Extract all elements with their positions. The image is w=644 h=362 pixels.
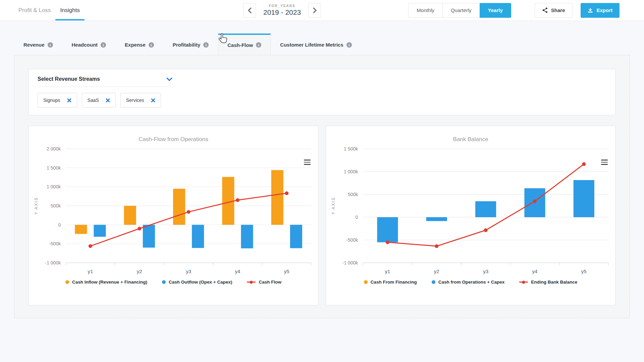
close-x-icon [151,98,155,103]
tab-cash-flow[interactable]: Cash-Flow [218,34,271,55]
tab-label: Headcount [72,42,98,48]
point-ending-bank-balance-y1[interactable] [386,240,389,244]
bar-cash-inflow-revenue-financing-y3[interactable] [173,189,185,225]
range-monthly-button[interactable]: Monthly [408,3,442,18]
metric-tab-bar: RevenueHeadcountExpenseProfitabilityCash… [14,34,630,55]
range-quarterly-button[interactable]: Quarterly [442,3,480,18]
legend-dot [364,280,368,284]
chart-legend: Cash Inflow (Revenue + Financing)Cash Ou… [29,280,318,285]
legend-item-ending-bank-balance[interactable]: Ending Bank Balance [519,280,577,285]
chevron-down-icon[interactable] [166,77,172,81]
export-button-label: Export [596,7,612,13]
info-icon[interactable] [346,42,352,48]
tab-label: Profitability [173,42,201,48]
bar-cash-from-operations-capex-y5[interactable] [574,180,594,217]
y-tick-label: 1 500k [47,165,61,171]
point-ending-bank-balance-y3[interactable] [484,228,488,232]
legend-label: Cash from Operations + Capex [438,280,505,285]
bar-cash-outflow-opex-capex-y3[interactable] [192,225,204,248]
revenue-streams-panel: Select Revenue Streams SignupsSaaSServic… [29,69,615,115]
chevron-left-icon [248,7,252,13]
share-button[interactable]: Share [535,3,573,18]
legend-line-marker [519,282,528,283]
chip-label: SaaS [88,98,99,103]
chart-menu-button[interactable] [304,160,311,165]
tab-label: Customer Lifetime Metrics [280,42,343,48]
info-icon[interactable] [256,42,261,48]
legend-label: Cash Outflow (Opex + Capex) [169,280,232,285]
tab-revenue[interactable]: Revenue [14,34,62,55]
revenue-streams-header[interactable]: Select Revenue Streams [38,76,172,87]
export-button[interactable]: Export [581,3,620,18]
legend-item-cash-outflow-opex-capex[interactable]: Cash Outflow (Opex + Capex) [162,280,232,285]
tab-label: Cash-Flow [227,42,253,48]
tab-profitability[interactable]: Profitability [163,34,218,55]
bar-cash-from-operations-capex-y2[interactable] [426,217,447,221]
x-tick-label: y4 [532,268,538,274]
point-cash-flow-y3[interactable] [187,210,191,214]
x-tick-label: y1 [385,268,390,274]
y-axis-title: Y AXIS [34,197,39,215]
remove-services-button[interactable] [151,98,155,103]
legend-item-cash-from-financing[interactable]: Cash From Financing [364,280,417,285]
y-tick-label: -500k [346,237,358,243]
bar-cash-outflow-opex-capex-y4[interactable] [241,225,253,248]
info-icon[interactable] [101,42,106,48]
chip-label: Services [126,98,144,103]
remove-signups-button[interactable] [67,98,71,103]
tab-expense[interactable]: Expense [115,34,163,55]
y-axis-title: Y AXIS [331,197,336,215]
info-icon[interactable] [149,42,154,48]
legend-label: Cash Inflow (Revenue + Financing) [72,280,147,285]
bar-cash-outflow-opex-capex-y2[interactable] [143,225,155,248]
nav-item-profit-loss[interactable]: Profit & Loss [14,0,55,20]
bar-cash-outflow-opex-capex-y1[interactable] [94,225,106,237]
insights-content-panel: Select Revenue Streams SignupsSaaSServic… [14,55,630,318]
point-ending-bank-balance-y5[interactable] [582,162,586,166]
chip-signups: Signups [38,93,77,108]
next-period-button[interactable] [308,3,321,18]
point-cash-flow-y1[interactable] [89,244,92,248]
bar-cash-from-operations-capex-y3[interactable] [475,201,496,217]
info-icon[interactable] [203,42,209,48]
header-actions: MonthlyQuarterlyYearly Share Export [408,0,644,20]
info-icon[interactable] [48,42,53,48]
chart-menu-button[interactable] [601,160,608,165]
bar-cash-inflow-revenue-financing-y5[interactable] [271,170,283,225]
x-tick-label: y5 [581,268,587,274]
y-tick-label: 500k [51,203,61,208]
bar-cash-inflow-revenue-financing-y1[interactable] [75,225,87,234]
point-ending-bank-balance-y4[interactable] [533,199,537,203]
chip-services: Services [120,93,161,108]
x-tick-label: y5 [284,268,289,274]
period-label: FOR_YEARS [269,4,295,8]
legend-item-cash-flow[interactable]: Cash Flow [247,280,281,285]
legend-item-cash-from-operations-capex[interactable]: Cash from Operations + Capex [432,280,505,285]
bar-cash-inflow-revenue-financing-y2[interactable] [124,206,136,225]
range-yearly-button[interactable]: Yearly [480,3,511,18]
point-cash-flow-y2[interactable] [138,227,141,231]
bank-balance-chart: 1 500k1 000k500k0-500k-1 000ky1y2y3y4y5Y… [326,145,615,279]
point-ending-bank-balance-y2[interactable] [435,244,438,248]
close-x-icon [67,98,71,103]
x-tick-label: y2 [137,268,142,274]
legend-item-cash-inflow-revenue-financing[interactable]: Cash Inflow (Revenue + Financing) [65,280,147,285]
legend-line-marker [247,282,256,283]
y-tick-label: 1 000k [47,184,61,189]
y-tick-label: 0 [58,222,61,228]
x-tick-label: y3 [186,268,191,274]
legend-dot [162,280,166,284]
tab-label: Expense [125,42,146,48]
point-cash-flow-y4[interactable] [236,198,239,202]
remove-saas-button[interactable] [106,98,110,103]
prev-period-button[interactable] [243,3,256,18]
bar-cash-from-operations-capex-y1[interactable] [377,217,398,242]
tab-headcount[interactable]: Headcount [62,34,116,55]
nav-item-insights[interactable]: Insights [55,0,85,20]
bar-cash-outflow-opex-capex-y5[interactable] [290,225,302,248]
legend-label: Cash From Financing [371,280,417,285]
period-display: FOR_YEARS 2019 - 2023 [263,4,301,16]
point-cash-flow-y5[interactable] [285,191,288,195]
line-cash-flow [90,193,286,246]
tab-customer-lifetime-metrics[interactable]: Customer Lifetime Metrics [271,34,361,55]
